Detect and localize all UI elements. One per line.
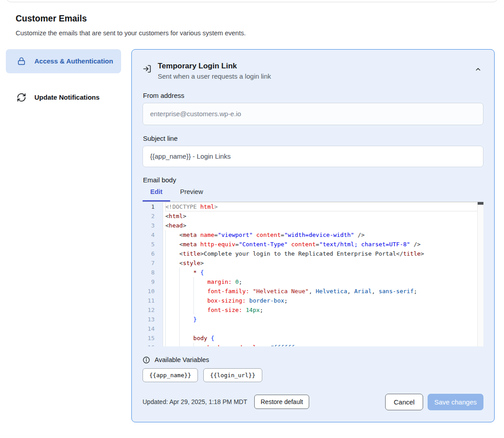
chevron-up-icon — [475, 66, 482, 73]
variable-chip-login-url[interactable]: {{login_url}} — [203, 368, 262, 382]
code-token — [246, 297, 249, 304]
code-line[interactable]: } — [165, 315, 483, 324]
code-line[interactable]: <head> — [165, 221, 483, 230]
line-number: 11 — [143, 296, 163, 305]
editor-scrollbar-thumb[interactable] — [478, 202, 483, 205]
indent-guide — [165, 268, 179, 277]
code-line[interactable]: background-color: #ffffff; — [165, 343, 483, 346]
restore-default-button[interactable]: Restore default — [254, 395, 309, 409]
sidebar-item-label: Update Notifications — [34, 92, 100, 103]
line-number: 14 — [143, 324, 163, 333]
cancel-button[interactable]: Cancel — [385, 394, 423, 410]
editor-code[interactable]: <!DOCTYPE html><html><head><meta name="v… — [163, 202, 483, 346]
code-line[interactable]: font-family: "Helvetica Neue", Helvetica… — [165, 286, 483, 296]
code-line[interactable]: * { — [165, 268, 483, 277]
sidebar-item-label: Access & Authentication — [34, 56, 113, 67]
line-number: 8 — [143, 268, 163, 277]
line-number: 9 — [143, 277, 163, 286]
line-number: 3 — [143, 221, 163, 230]
code-token: ; — [260, 307, 263, 313]
code-token: margin: — [207, 278, 232, 285]
code-line[interactable]: <title>Complete your login to the Replic… — [165, 249, 483, 258]
code-line[interactable]: font-size: 14px; — [165, 305, 483, 315]
code-line[interactable]: margin: 0; — [165, 277, 483, 286]
subject-line-input[interactable] — [143, 146, 483, 167]
code-token: <!DOCTYPE — [165, 203, 200, 210]
line-number: 1 — [143, 202, 163, 211]
code-token: { — [211, 335, 214, 341]
code-token: /> — [358, 232, 365, 238]
code-token: Arial — [354, 288, 372, 295]
available-variables-row: Available Variables — [143, 356, 483, 364]
tab-preview[interactable]: Preview — [180, 188, 203, 202]
code-token: < — [179, 232, 183, 238]
code-token: < — [179, 260, 183, 266]
code-token: ; — [239, 278, 242, 285]
code-token: name — [200, 232, 214, 238]
code-line[interactable]: <html> — [165, 211, 483, 221]
code-token: content — [256, 232, 281, 238]
code-token: > — [214, 203, 218, 210]
code-token: "text/html; charset=UTF-8" — [319, 241, 410, 248]
code-line[interactable]: <!DOCTYPE html> — [165, 202, 483, 211]
code-line[interactable]: <meta http-equiv="Content-Type" content=… — [165, 240, 483, 249]
code-token: > — [183, 213, 186, 219]
from-address-input[interactable] — [143, 103, 483, 125]
code-line[interactable]: <meta name="viewport" content="width=dev… — [165, 230, 483, 240]
indent-guide — [193, 277, 207, 286]
tab-edit[interactable]: Edit — [143, 188, 170, 202]
code-editor[interactable]: 12345678910111213141516 <!DOCTYPE html><… — [143, 202, 483, 346]
code-token: , — [372, 288, 379, 295]
panel-header-text: Temporary Login Link Sent when a user re… — [158, 61, 271, 80]
line-number: 15 — [143, 333, 163, 343]
indent-guide — [165, 258, 179, 268]
page-description: Customize the emails that are sent to yo… — [16, 29, 246, 37]
code-token: 14px — [246, 307, 260, 313]
save-changes-button[interactable]: Save changes — [428, 394, 483, 410]
indent-guide — [193, 296, 207, 305]
code-token: > — [200, 250, 204, 257]
code-line[interactable]: box-sizing: border-box; — [165, 296, 483, 305]
code-token: ; — [414, 288, 417, 295]
code-token: meta — [183, 241, 197, 248]
indent-guide — [179, 333, 193, 343]
code-token: > — [200, 260, 204, 266]
panel-header: Temporary Login Link Sent when a user re… — [143, 61, 483, 80]
code-token: /> — [414, 241, 421, 248]
code-line[interactable]: <style> — [165, 258, 483, 268]
variable-chip-app-name[interactable]: {{app_name}} — [143, 368, 198, 382]
code-token: html — [169, 213, 183, 219]
editor-scrollbar[interactable] — [477, 202, 483, 346]
code-token: < — [179, 241, 183, 248]
code-token: font-size: — [207, 307, 242, 313]
code-token: style — [183, 260, 200, 266]
code-token: > — [420, 250, 424, 257]
email-body-tabs: Edit Preview — [143, 186, 483, 202]
line-number: 10 — [143, 286, 163, 296]
code-token: head — [169, 222, 183, 229]
line-number: 6 — [143, 249, 163, 258]
code-token: http-equiv — [200, 241, 235, 248]
code-token: meta — [183, 232, 197, 238]
info-icon — [143, 356, 150, 364]
sidebar-item-update-notifications[interactable]: Update Notifications — [6, 85, 121, 110]
indent-guide — [165, 240, 179, 249]
code-token: title — [183, 250, 200, 257]
code-token — [253, 232, 256, 238]
line-number: 5 — [143, 240, 163, 249]
panel-footer: Updated: Apr 29, 2025, 1:18 PM MDT Resto… — [143, 394, 483, 410]
indent-guide — [179, 343, 193, 346]
code-token: font-family: — [207, 288, 249, 295]
line-number: 2 — [143, 211, 163, 221]
footer-actions: Cancel Save changes — [385, 394, 483, 410]
code-line[interactable] — [165, 324, 483, 333]
code-token: </ — [396, 250, 403, 257]
updated-timestamp: Updated: Apr 29, 2025, 1:18 PM MDT — [143, 398, 247, 405]
indent-guide — [165, 277, 179, 286]
sidebar-item-access-authentication[interactable]: Access & Authentication — [6, 49, 121, 73]
available-variables-label: Available Variables — [155, 356, 209, 363]
code-line[interactable]: body { — [165, 333, 483, 343]
collapse-section-button[interactable] — [473, 61, 483, 77]
code-token: sans-serif — [378, 288, 413, 295]
code-token: , — [309, 288, 316, 295]
